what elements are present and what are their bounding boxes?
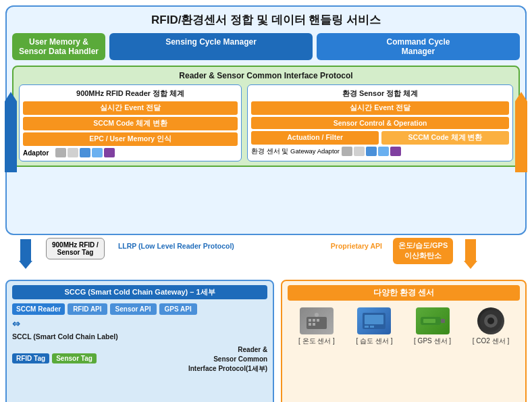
left-rfid-column: 900MHz RFID Reader 정합 체계 실시간 Event 전달 SC…: [19, 84, 242, 161]
prop-api-text: Proprietary API: [331, 242, 382, 250]
top-buttons-row: User Memory & Sensor Data Handler Sensin…: [12, 33, 520, 60]
svg-rect-8: [365, 315, 383, 324]
co2-sensor-icon: [477, 307, 504, 334]
gps-api-btn: GPS API: [159, 303, 197, 315]
reader-sensor-text: Reader & Sensor Common Interface Protoco…: [188, 345, 267, 374]
rfid-api-btn: RFID API: [68, 303, 107, 315]
sccm-reader-row: SCCM Reader RFID API Sensor API GPS API: [12, 303, 267, 315]
sccg-title: SCCG (Smart Cold Chain Gateway) – 1세부: [12, 285, 267, 299]
co2-sensor-item: [ CO2 센서 ]: [473, 307, 509, 346]
green-box-title: Reader & Sensor Common Interface Protoco…: [19, 71, 513, 80]
right-adaptor-blocks: [342, 147, 401, 156]
svg-rect-12: [441, 319, 445, 323]
co2-sensor-label: [ CO2 센서 ]: [473, 336, 509, 346]
sensor-api-btn: Sensor API: [110, 303, 157, 315]
sccl-row: RFID Tag Sensor Tag Reader & Sensor Comm…: [12, 343, 267, 374]
llrp-text: LLRP (Low Level Reader Protocol): [118, 242, 234, 250]
svg-rect-2: [313, 319, 315, 322]
command-cycle-button[interactable]: Command Cycle Manager: [317, 33, 520, 60]
main-title: RFID/환경센서 정합 및 데이터 핸들링 서비스: [12, 12, 520, 28]
right-bottom-box: 다양한 환경 센서 [: [281, 280, 527, 402]
temp-sensor-icon: [300, 307, 334, 334]
humidity-sensor-icon: [357, 307, 391, 334]
color-block-1: [55, 148, 66, 157]
svg-rect-4: [309, 323, 311, 326]
lower-section: SCCG (Smart Cold Chain Gateway) – 1세부 SC…: [5, 280, 527, 402]
left-connector: 900MHz RFID / Sensor Tag LLRP (Low Level…: [5, 235, 275, 274]
right-col-title: 환경 Sensor 정합 체계: [251, 89, 509, 99]
gw-adaptor-row: 환경 센서 및 Gateway Adaptor: [251, 147, 509, 156]
rfid-tag-btn: RFID Tag: [12, 353, 49, 363]
exchange-icon: ⇔: [12, 318, 20, 329]
temp-sensor-item: [ 온도 센서 ]: [298, 307, 335, 346]
temp-gps-box: 온도/습도/GPS 이산화탄소: [393, 238, 453, 264]
right-row1: 실시간 Event 전달: [251, 101, 509, 115]
actuation-filter: Actuation / Filter: [251, 131, 379, 145]
gw-adaptor-label: 환경 센서 및 Gateway Adaptor: [251, 147, 340, 156]
right-connector: Proprietary API 온도/습도/GPS 이산화탄소: [282, 235, 527, 274]
sccl-label: SCCL (Smart Cold Chain Label): [12, 332, 118, 341]
right-color-block-5: [390, 147, 401, 156]
svg-rect-1: [309, 319, 311, 322]
right-color-block-2: [354, 147, 365, 156]
inner-columns: 900MHz RFID Reader 정합 체계 실시간 Event 전달 SC…: [19, 84, 513, 161]
gps-sensor-icon: [416, 307, 450, 334]
temp-sensor-label: [ 온도 센서 ]: [298, 336, 335, 346]
left-row2: SCCM Code 체계 변환: [23, 117, 238, 130]
svg-rect-9: [365, 326, 369, 328]
gps-sensor-label: [ GPS 센서 ]: [414, 336, 451, 346]
left-adaptor-row: Adaptor: [23, 148, 238, 157]
left-col-title: 900MHz RFID Reader 정합 체계: [23, 89, 238, 99]
left-row3: EPC / User Memory 인식: [23, 132, 238, 146]
svg-rect-10: [370, 326, 374, 328]
svg-rect-5: [313, 323, 315, 326]
svg-rect-13: [423, 319, 435, 323]
color-block-5: [104, 148, 115, 157]
env-sensor-title: 다양한 환경 센서: [288, 285, 520, 301]
sensor-icons-row: [ 온도 센서 ] [ 습도 센서 ]: [288, 307, 520, 346]
svg-rect-3: [317, 319, 319, 322]
svg-point-16: [487, 318, 494, 324]
right-sensor-column: 환경 Sensor 정합 체계 실시간 Event 전달 Sensor Cont…: [247, 84, 513, 161]
user-memory-button[interactable]: User Memory & Sensor Data Handler: [12, 33, 105, 60]
adaptor-color-blocks: [55, 148, 115, 157]
left-row1: 실시간 Event 전달: [23, 101, 238, 115]
sensing-cycle-button[interactable]: Sensing Cycle Manager: [109, 33, 313, 60]
sccm-reader: SCCM Reader: [12, 303, 65, 315]
right-row3: Actuation / Filter SCCM Code 체계 변환: [251, 131, 509, 145]
humidity-sensor-label: [ 습도 센서 ]: [356, 336, 393, 346]
sensor-tag-btn: Sensor Tag: [52, 353, 97, 363]
color-block-3: [80, 148, 90, 157]
right-color-block-3: [366, 147, 377, 156]
svg-point-6: [315, 313, 319, 317]
outer-blue-box: RFID/환경센서 정합 및 데이터 핸들링 서비스 User Memory &…: [5, 5, 527, 235]
sccm-code: SCCM Code 체계 변환: [381, 131, 509, 145]
left-bottom-box: SCCG (Smart Cold Chain Gateway) – 1세부 SC…: [5, 280, 274, 402]
color-block-4: [92, 148, 103, 157]
mhz-rfid-tag: 900MHz RFID / Sensor Tag: [46, 238, 105, 259]
gps-sensor-item: [ GPS 센서 ]: [414, 307, 451, 346]
color-block-2: [68, 148, 78, 157]
right-row2: Sensor Control & Operation: [251, 117, 509, 129]
right-color-block-1: [342, 147, 352, 156]
main-container: RFID/환경센서 정합 및 데이터 핸들링 서비스 User Memory &…: [0, 0, 532, 402]
connectors-row: 900MHz RFID / Sensor Tag LLRP (Low Level…: [5, 235, 527, 274]
humidity-sensor-item: [ 습도 센서 ]: [356, 307, 393, 346]
right-color-block-4: [378, 147, 389, 156]
adaptor-label: Adaptor: [23, 149, 53, 157]
green-interface-box: Reader & Sensor Common Interface Protoco…: [12, 66, 520, 167]
